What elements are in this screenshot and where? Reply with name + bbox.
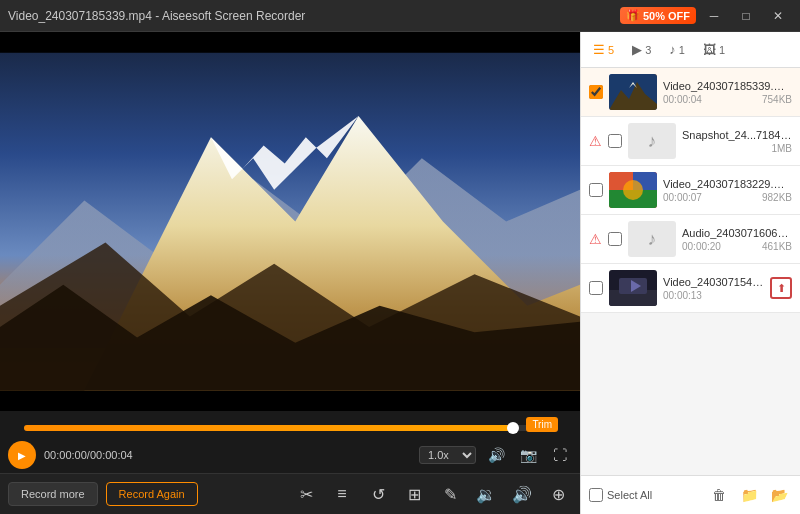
file-name: Video_240307154314.mp4	[663, 276, 764, 288]
tab-image[interactable]: 🖼 1	[695, 38, 733, 61]
file-duration: 00:00:20	[682, 241, 721, 252]
tab-image-icon: 🖼	[703, 42, 716, 57]
file-info: Snapshot_24...7184042.png 1MB	[682, 129, 792, 154]
select-all-checkbox[interactable]	[589, 488, 603, 502]
file-name: Snapshot_24...7184042.png	[682, 129, 792, 141]
tab-video-icon: ▶	[632, 42, 642, 57]
total-time: 00:00:04	[90, 449, 133, 461]
select-all-label: Select All	[607, 489, 652, 501]
tab-audio-icon: ♪	[669, 42, 676, 57]
close-button[interactable]: ✕	[764, 5, 792, 27]
file-duration: 00:00:13	[663, 290, 702, 301]
file-thumbnail	[609, 74, 657, 110]
error-icon: ⚠	[589, 231, 602, 247]
file-thumbnail	[609, 172, 657, 208]
file-duration: 00:00:07	[663, 192, 702, 203]
right-panel: ☰ 5 ▶ 3 ♪ 1 🖼 1	[580, 32, 800, 514]
merge-tool-button[interactable]: ⊞	[400, 480, 428, 508]
tab-image-count: 1	[719, 44, 725, 56]
file-item[interactable]: Video_240307185339.mp4 00:00:04 754KB	[581, 68, 800, 117]
file-info: Video_240307183229.mp4 00:00:07 982KB	[663, 178, 792, 203]
record-more-button[interactable]: Record more	[8, 482, 98, 506]
restore-button[interactable]: □	[732, 5, 760, 27]
timeline-progress	[24, 425, 513, 431]
promo-badge[interactable]: 🎁 50% OFF	[620, 7, 696, 24]
file-info: Video_240307185339.mp4 00:00:04 754KB	[663, 80, 792, 105]
file-item[interactable]: Video_240307183229.mp4 00:00:07 982KB	[581, 166, 800, 215]
title-bar-left: Video_240307185339.mp4 - Aiseesoft Scree…	[8, 9, 305, 23]
tab-audio[interactable]: ♪ 1	[661, 38, 693, 61]
left-panel: Trim ▶ 00:00:00/00:00:04 1.0x 0.5x 0.75x…	[0, 32, 580, 514]
snapshot-button[interactable]: 📷	[516, 443, 540, 467]
file-item[interactable]: ⚠ ♪ Audio_240307160615.mp3 00:00:20 461K…	[581, 215, 800, 264]
playback-controls: ▶ 00:00:00/00:00:04 1.0x 0.5x 0.75x 1.25…	[0, 437, 580, 473]
current-time: 00:00:00	[44, 449, 87, 461]
file-meta: 00:00:07 982KB	[663, 192, 792, 203]
title-bar: Video_240307185339.mp4 - Aiseesoft Scree…	[0, 0, 800, 32]
action-bar: Record more Record Again ✂ ≡ ↺ ⊞ ✎ 🔉 🔊 ⊕	[0, 473, 580, 514]
file-checkbox[interactable]	[608, 134, 622, 148]
file-info: Audio_240307160615.mp3 00:00:20 461KB	[682, 227, 792, 252]
error-icon: ⚠	[589, 133, 602, 149]
edit-tool-button[interactable]: ✎	[436, 480, 464, 508]
tab-bar: ☰ 5 ▶ 3 ♪ 1 🖼 1	[581, 32, 800, 68]
music-icon: ♪	[648, 131, 657, 152]
file-size: 461KB	[762, 241, 792, 252]
promo-icon: 🎁	[626, 9, 640, 22]
file-meta: 1MB	[682, 143, 792, 154]
time-display: 00:00:00/00:00:04	[44, 449, 133, 461]
tab-all-count: 5	[608, 44, 614, 56]
file-name: Video_240307183229.mp4	[663, 178, 792, 190]
adjust-tool-button[interactable]: ≡	[328, 480, 356, 508]
file-controls: Select All 🗑 📁 📂	[581, 475, 800, 514]
volume-button[interactable]: 🔊	[484, 443, 508, 467]
file-checkbox[interactable]	[589, 281, 603, 295]
trim-button[interactable]: Trim	[526, 417, 558, 432]
main-content: Trim ▶ 00:00:00/00:00:04 1.0x 0.5x 0.75x…	[0, 32, 800, 514]
tab-all[interactable]: ☰ 5	[585, 38, 622, 61]
settings-button[interactable]: 📂	[766, 482, 792, 508]
share-button[interactable]: ⬆	[770, 277, 792, 299]
file-thumbnail	[609, 270, 657, 306]
file-checkbox[interactable]	[589, 183, 603, 197]
file-thumbnail: ♪	[628, 221, 676, 257]
tab-video-count: 3	[645, 44, 651, 56]
file-item[interactable]: Video_240307154314.mp4 00:00:13 ⬆	[581, 264, 800, 313]
rotate-tool-button[interactable]: ↺	[364, 480, 392, 508]
svg-point-14	[623, 180, 643, 200]
file-item[interactable]: ⚠ ♪ Snapshot_24...7184042.png 1MB	[581, 117, 800, 166]
title-bar-right: 🎁 50% OFF ─ □ ✕	[620, 5, 792, 27]
app-title: Video_240307185339.mp4 - Aiseesoft Scree…	[8, 9, 305, 23]
file-thumbnail: ♪	[628, 123, 676, 159]
file-meta: 00:00:20 461KB	[682, 241, 792, 252]
audio-down-button[interactable]: 🔉	[472, 480, 500, 508]
file-size: 1MB	[771, 143, 792, 154]
file-meta: 00:00:13	[663, 290, 764, 301]
fullscreen-button[interactable]: ⛶	[548, 443, 572, 467]
file-size: 982KB	[762, 192, 792, 203]
select-all-container: Select All	[589, 488, 702, 502]
minimize-button[interactable]: ─	[700, 5, 728, 27]
music-icon: ♪	[648, 229, 657, 250]
tab-all-icon: ☰	[593, 42, 605, 57]
file-name: Video_240307185339.mp4	[663, 80, 792, 92]
file-checkbox[interactable]	[608, 232, 622, 246]
speed-select[interactable]: 1.0x 0.5x 0.75x 1.25x 1.5x 2.0x	[419, 446, 476, 464]
file-list: Video_240307185339.mp4 00:00:04 754KB ⚠ …	[581, 68, 800, 475]
video-area	[0, 32, 580, 411]
file-duration: 00:00:04	[663, 94, 702, 105]
timeline-thumb[interactable]	[507, 422, 519, 434]
cut-tool-button[interactable]: ✂	[292, 480, 320, 508]
record-again-button[interactable]: Record Again	[106, 482, 198, 506]
file-meta: 00:00:04 754KB	[663, 94, 792, 105]
promo-text: 50% OFF	[643, 10, 690, 22]
more-tools-button[interactable]: ⊕	[544, 480, 572, 508]
audio-up-button[interactable]: 🔊	[508, 480, 536, 508]
file-name: Audio_240307160615.mp3	[682, 227, 792, 239]
delete-button[interactable]: 🗑	[706, 482, 732, 508]
timeline-bar[interactable]: Trim	[24, 425, 556, 431]
tab-video[interactable]: ▶ 3	[624, 38, 659, 61]
file-checkbox[interactable]	[589, 85, 603, 99]
open-folder-button[interactable]: 📁	[736, 482, 762, 508]
play-button[interactable]: ▶	[8, 441, 36, 469]
